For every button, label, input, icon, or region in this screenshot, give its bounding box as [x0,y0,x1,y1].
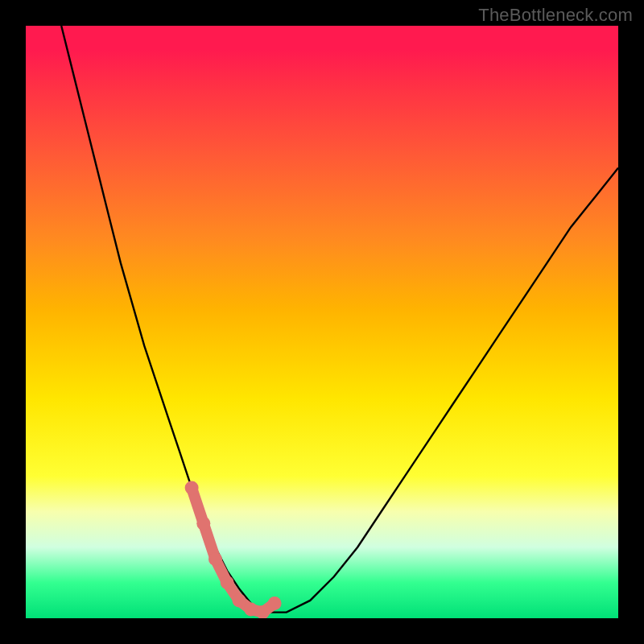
highlight-marker [221,576,234,589]
highlight-marker [233,593,246,607]
highlight-marker [196,517,210,530]
optimal-range-line [192,488,275,613]
plot-area [26,26,618,618]
highlight-marker [208,552,222,566]
highlight-marker [185,481,199,495]
chart-overlay [26,26,618,618]
optimal-range-highlight [185,481,282,618]
highlight-marker [244,603,258,617]
bottleneck-curve [61,26,618,613]
chart-container: TheBottleneck.com [0,0,644,644]
watermark-text: TheBottleneck.com [478,5,633,26]
highlight-marker [268,597,282,610]
